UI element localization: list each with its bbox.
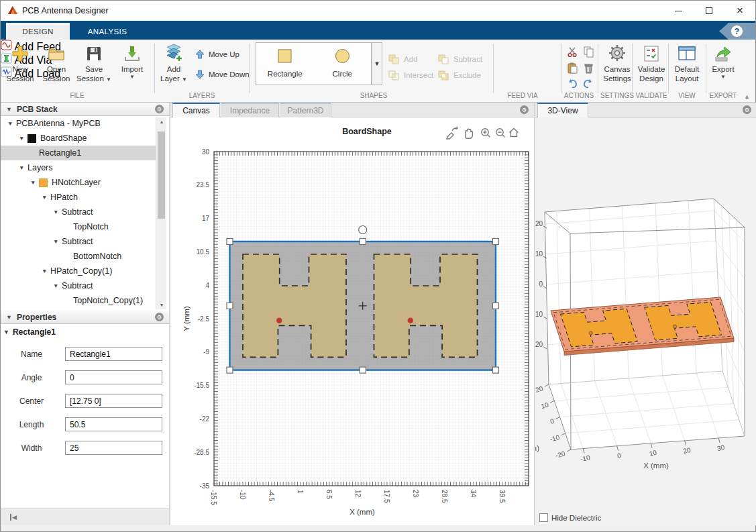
tab-pattern3d[interactable]: Pattern3D — [280, 103, 331, 117]
tree-item-topnotch[interactable]: TopNotch — [1, 219, 156, 234]
collapse-triangle-icon[interactable]: ▼ — [6, 314, 12, 321]
save-session-button[interactable]: Save Session ▼ — [75, 42, 113, 91]
tab-analysis[interactable]: ANALYSIS — [70, 23, 145, 40]
boardshape-canvas[interactable]: BoardShape — [170, 103, 534, 525]
move-down-button[interactable]: Move Down — [195, 69, 250, 80]
undo-button[interactable] — [565, 77, 579, 91]
tree-expand-caret-icon[interactable]: ▼ — [42, 194, 50, 201]
exclude-boolean-button[interactable]: Exclude — [438, 70, 481, 81]
default-layout-button[interactable]: Default Layout — [669, 42, 704, 91]
tree-item-topnotch-copy-1-[interactable]: TopNotch_Copy(1) — [1, 293, 156, 308]
name-input[interactable] — [65, 347, 162, 361]
tree-item-subtract[interactable]: ▼Subtract — [1, 205, 156, 219]
tree-item-rectangle1[interactable]: Rectangle1 — [1, 146, 156, 160]
angle-input[interactable] — [65, 370, 162, 384]
x-tick-label: -4.5 — [268, 490, 275, 502]
redo-button[interactable] — [582, 77, 595, 91]
cut-button[interactable] — [565, 45, 579, 58]
tree-scrollbar[interactable]: ▲ ▼ — [156, 117, 166, 309]
tree-expand-caret-icon[interactable]: ▼ — [7, 120, 16, 127]
zoom-in-icon[interactable] — [482, 129, 490, 138]
canvas-axes-toolbar[interactable] — [447, 127, 519, 139]
circle-shape-button[interactable]: Circle — [314, 43, 372, 85]
tree-item-hnotchlayer[interactable]: ▼HNotchLayer — [1, 175, 156, 190]
panel-options-gear-icon[interactable]: ⚙ — [155, 313, 164, 321]
save-floppy-icon — [75, 42, 113, 64]
delete-button[interactable] — [582, 61, 595, 74]
subtract-boolean-button[interactable]: Subtract — [438, 54, 482, 64]
save-session-label: Save Session ▼ — [75, 64, 113, 84]
close-button[interactable]: × — [724, 1, 755, 21]
collapse-triangle-icon[interactable]: ▼ — [3, 329, 9, 335]
collapse-ribbon-button[interactable]: ▲ — [744, 93, 750, 100]
add-boolean-button[interactable]: Add — [388, 54, 417, 64]
property-label: Center — [11, 396, 52, 406]
collapse-left-icon: ◀ — [10, 514, 17, 521]
tree-expand-caret-icon[interactable]: ▼ — [53, 209, 62, 215]
zoom-out-icon[interactable] — [496, 129, 505, 138]
length-input[interactable] — [65, 417, 162, 431]
move-up-button[interactable]: Move Up — [195, 49, 239, 60]
scroll-down-icon[interactable]: ▼ — [156, 301, 167, 309]
center-input[interactable] — [65, 394, 162, 408]
home-icon[interactable] — [510, 129, 519, 137]
tree-expand-caret-icon[interactable]: ▼ — [19, 164, 28, 171]
export-graphic-icon[interactable] — [447, 127, 457, 139]
dropdown-caret-icon: ▼ — [106, 76, 111, 83]
tree-item-layers[interactable]: ▼Layers — [1, 160, 156, 175]
rotation-handle[interactable] — [359, 226, 367, 234]
feed-point-left[interactable] — [276, 318, 282, 323]
canvas-settings-button[interactable]: Canvas Settings — [600, 42, 635, 91]
tab-impedance[interactable]: Impedance — [221, 103, 279, 117]
tree-expand-caret-icon[interactable]: ▼ — [53, 282, 62, 289]
help-button[interactable]: ? — [731, 25, 743, 38]
feed-point-right[interactable] — [408, 318, 413, 323]
validate-design-button[interactable]: Validate Design — [634, 42, 669, 91]
panel-collapse-bar[interactable]: ◀ — [1, 509, 169, 525]
scroll-up-icon[interactable]: ▲ — [156, 117, 167, 126]
panel-options-gear-icon[interactable]: ⚙ — [743, 105, 751, 114]
tree-item-subtract[interactable]: ▼Subtract — [1, 278, 156, 293]
intersect-boolean-button[interactable]: Intersect — [388, 70, 433, 81]
tree-item-subtract[interactable]: ▼Subtract — [1, 234, 156, 249]
tree-expand-caret-icon[interactable]: ▼ — [53, 238, 62, 245]
scrollbar-thumb[interactable] — [158, 131, 165, 219]
canvas-panel: ⚙ CanvasImpedancePattern3D BoardShape — [170, 103, 534, 525]
tab-canvas[interactable]: Canvas — [172, 103, 220, 117]
circle-label: Circle — [314, 70, 372, 78]
copy-button[interactable] — [582, 45, 595, 58]
paste-button[interactable] — [565, 61, 579, 74]
rectangle-shape-button[interactable]: Rectangle — [256, 43, 314, 85]
tree-item-pcbantenna-mypcb[interactable]: ▼PCBAntenna - MyPCB — [1, 116, 156, 131]
hide-dielectric-checkbox[interactable] — [539, 513, 548, 522]
panel-options-gear-icon[interactable]: ⚙ — [155, 105, 164, 113]
new-session-button[interactable]: New Session — [3, 42, 37, 91]
panel-options-gear-icon[interactable]: ⚙ — [520, 105, 529, 114]
tree-expand-caret-icon[interactable]: ▼ — [30, 179, 39, 186]
x-tick-label: 20 — [682, 446, 692, 455]
tree-item-boardshape[interactable]: ▼BoardShape — [1, 131, 156, 146]
tree-expand-caret-icon[interactable]: ▼ — [19, 135, 28, 142]
width-input[interactable] — [65, 441, 162, 455]
view3d-plot[interactable]: 20100-10-2020100-10-20-100102030X (mm)Y … — [535, 103, 756, 525]
add-layer-button[interactable]: Add Layer ▼ — [158, 42, 190, 91]
tree-item-hpatch[interactable]: ▼HPatch — [1, 190, 156, 205]
collapse-triangle-icon[interactable]: ▼ — [6, 106, 12, 113]
properties-header: ▼ Properties ⚙ — [1, 311, 169, 324]
pan-hand-icon[interactable] — [466, 129, 472, 138]
tree-item-bottomnotch[interactable]: BottomNotch — [1, 249, 156, 264]
tab-design[interactable]: DESIGN — [6, 23, 70, 40]
tree-item-label: TopNotch_Copy(1) — [73, 296, 143, 305]
minimize-button[interactable] — [663, 1, 694, 21]
import-button[interactable]: Import ▼ — [115, 42, 150, 91]
y-tick-label: 10.5 — [197, 248, 210, 256]
export-button[interactable]: Export ▼ — [707, 42, 739, 91]
maximize-button[interactable] — [694, 1, 724, 21]
x-tick-label: 30 — [716, 443, 726, 452]
tree-expand-caret-icon[interactable]: ▼ — [42, 268, 50, 274]
shapes-gallery-dropdown[interactable]: ▼ — [372, 42, 382, 85]
tree-item-hpatch-copy-1-[interactable]: ▼HPatch_Copy(1) — [1, 264, 156, 278]
tab-3d-view[interactable]: 3D-View — [537, 103, 588, 117]
open-session-button[interactable]: Open Session — [39, 42, 74, 91]
y-tick-label: -10 — [549, 433, 560, 443]
